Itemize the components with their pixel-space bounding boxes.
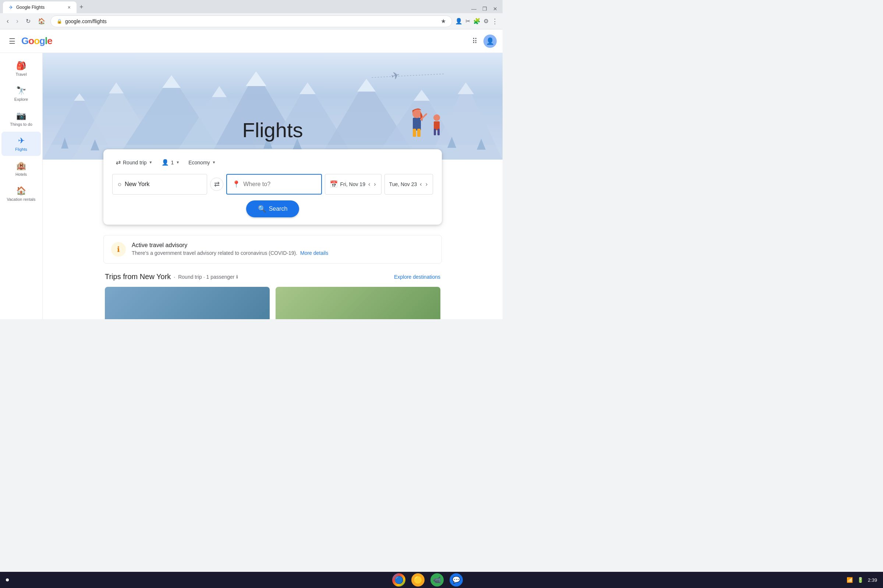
search-container: ⇄ Round trip ▼ 👤 1 ▼ Economy ▼	[104, 149, 442, 225]
svg-rect-29	[413, 129, 416, 137]
sidebar: 🎒 Travel 🔭 Explore 📷 Things to do ✈ Flig…	[0, 53, 43, 319]
flights-icon: ✈	[18, 136, 25, 146]
user-avatar[interactable]: 👤	[484, 34, 497, 48]
return-date-label: Tue, Nov 23	[389, 181, 417, 187]
return-next-button[interactable]: ›	[425, 180, 428, 188]
close-window-icon[interactable]: ✕	[491, 6, 500, 12]
url-text[interactable]: google.com/flights	[65, 18, 438, 24]
destination-pin-icon: 📍	[232, 180, 240, 188]
star-icon[interactable]: ★	[441, 18, 446, 25]
destination-input[interactable]	[243, 181, 316, 188]
cabin-class-button[interactable]: Economy ▼	[185, 158, 219, 168]
travel-label: Travel	[15, 72, 27, 76]
svg-rect-26	[413, 118, 421, 130]
trips-info-icon[interactable]: ℹ	[236, 274, 238, 279]
to-field[interactable]: 📍	[226, 174, 322, 195]
explore-destinations-link[interactable]: Explore destinations	[394, 274, 440, 280]
svg-marker-14	[299, 82, 316, 94]
search-options-row: ⇄ Round trip ▼ 👤 1 ▼ Economy ▼	[112, 157, 433, 168]
things-to-do-icon: 📷	[16, 111, 26, 121]
forward-button[interactable]: ›	[14, 16, 21, 27]
back-button[interactable]: ‹	[5, 16, 11, 27]
sidebar-item-vacation-rentals[interactable]: 🏠 Vacation rentals	[2, 182, 41, 206]
trips-separator: ·	[174, 274, 175, 280]
sidebar-item-things-to-do[interactable]: 📷 Things to do	[2, 106, 41, 131]
things-to-do-label: Things to do	[10, 122, 32, 126]
departure-next-button[interactable]: ›	[373, 180, 376, 188]
return-date-field[interactable]: Tue, Nov 23 ‹ ›	[384, 174, 433, 195]
new-tab-button[interactable]: +	[78, 2, 85, 12]
swap-button[interactable]: ⇄	[210, 178, 223, 191]
hero-section: ✈	[43, 53, 503, 160]
svg-marker-17	[458, 82, 474, 94]
maximize-icon[interactable]: ❐	[480, 6, 490, 12]
search-button-row: 🔍 Search	[112, 200, 433, 218]
minimize-icon[interactable]: —	[469, 6, 479, 12]
trip-type-button[interactable]: ⇄ Round trip ▼	[112, 157, 156, 168]
passengers-count: 1	[171, 160, 174, 165]
trips-subtitle: Round trip · 1 passenger	[178, 274, 234, 280]
hero-characters	[407, 105, 444, 140]
svg-marker-9	[74, 93, 85, 101]
home-button[interactable]: 🏠	[36, 16, 48, 26]
search-fields: ○ New York ⇄ 📍 📅 Fri, Nov 19 ‹ ›	[112, 174, 433, 195]
trip-cards-container: Miami	[105, 287, 440, 319]
content-area: ✈	[43, 53, 503, 319]
passengers-button[interactable]: 👤 1 ▼	[158, 157, 183, 168]
departure-prev-button[interactable]: ‹	[368, 180, 371, 188]
search-icon: 🔍	[258, 205, 266, 213]
svg-marker-12	[212, 86, 227, 97]
svg-marker-16	[413, 90, 430, 101]
trip-card-2[interactable]	[276, 287, 440, 319]
trip-card-1[interactable]: Miami	[105, 287, 270, 319]
close-tab-icon[interactable]: ×	[68, 4, 71, 10]
flights-heading: Flights	[242, 118, 303, 142]
hotels-label: Hotels	[15, 172, 27, 177]
explore-icon: 🔭	[16, 86, 26, 96]
explore-label: Explore	[14, 97, 28, 102]
svg-rect-34	[437, 129, 440, 135]
vacation-rentals-label: Vacation rentals	[7, 197, 35, 201]
hamburger-icon[interactable]: ☰	[6, 34, 18, 48]
hero-title: Flights	[242, 118, 303, 142]
from-field[interactable]: ○ New York	[112, 174, 207, 195]
profile-icon[interactable]: 👤	[455, 18, 463, 25]
advisory-section: ℹ Active travel advisory There's a gover…	[104, 235, 442, 264]
sidebar-item-hotels[interactable]: 🏨 Hotels	[2, 157, 41, 181]
window-controls: — ❐ ✕	[469, 6, 500, 12]
puzzle-icon[interactable]: 🧩	[473, 18, 481, 25]
departure-date-field[interactable]: 📅 Fri, Nov 19 ‹ ›	[325, 174, 381, 195]
extension-icon[interactable]: ⚙	[484, 18, 489, 25]
from-value: New York	[125, 181, 150, 188]
main-layout: 🎒 Travel 🔭 Explore 📷 Things to do ✈ Flig…	[0, 53, 503, 319]
menu-icon[interactable]: ⋮	[491, 17, 498, 26]
tab-favicon: ✈	[9, 4, 13, 10]
browser-chrome: ✈ Google Flights × + — ❐ ✕	[0, 0, 503, 13]
svg-marker-10	[109, 82, 124, 93]
header-right: ⠿ 👤	[472, 34, 497, 48]
trip-type-arrow: ▼	[149, 160, 153, 164]
cabin-class-label: Economy	[188, 160, 210, 165]
departure-date-label: Fri, Nov 19	[340, 181, 365, 187]
travel-icon: 🎒	[16, 61, 26, 70]
active-tab[interactable]: ✈ Google Flights ×	[3, 2, 77, 13]
advisory-link[interactable]: More details	[300, 250, 328, 256]
sidebar-item-explore[interactable]: 🔭 Explore	[2, 82, 41, 106]
vacation-rentals-icon: 🏠	[16, 186, 26, 196]
scissors-icon[interactable]: ✂	[466, 18, 470, 25]
passengers-icon: 👤	[162, 159, 169, 166]
reload-button[interactable]: ↻	[24, 16, 33, 26]
passengers-arrow: ▼	[176, 160, 180, 164]
svg-rect-33	[434, 129, 436, 135]
sidebar-item-flights[interactable]: ✈ Flights	[2, 132, 41, 156]
sidebar-item-travel[interactable]: 🎒 Travel	[2, 57, 41, 81]
tab-title: Google Flights	[16, 5, 65, 10]
address-bar[interactable]: 🔒 google.com/flights ★	[50, 15, 452, 27]
search-button[interactable]: 🔍 Search	[246, 200, 299, 218]
return-prev-button[interactable]: ‹	[419, 180, 422, 188]
apps-grid-icon[interactable]: ⠿	[472, 37, 478, 46]
google-logo: Google	[21, 35, 52, 47]
advisory-body: There's a government travel advisory rel…	[132, 250, 328, 256]
flights-label: Flights	[15, 147, 27, 152]
advisory-title: Active travel advisory	[132, 242, 328, 249]
